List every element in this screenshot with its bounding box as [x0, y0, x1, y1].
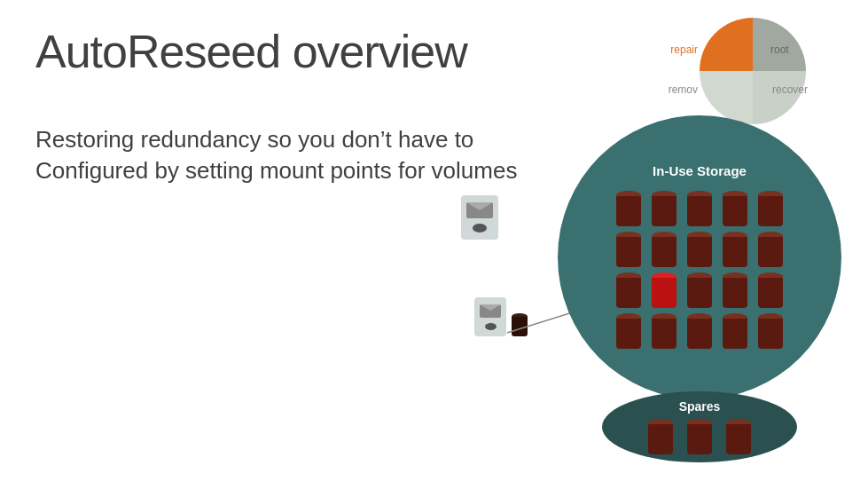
page-title: AutoReseed overview [35, 25, 467, 78]
disk-icon-small [485, 323, 497, 330]
spares-area: Spares [602, 391, 797, 462]
subtitle-line1: Restoring redundancy so you don’t have t… [35, 124, 517, 155]
db-cylinder-4-1 [614, 313, 644, 349]
db-cylinder-2-2 [649, 232, 679, 267]
db-cylinder-2-3 [684, 232, 715, 267]
subtitle-line2: Configured by setting mount points for v… [35, 155, 517, 186]
server-icon-small [474, 297, 506, 336]
db-cylinder-3-3 [684, 272, 715, 308]
spares-cylinders-row [645, 419, 754, 454]
db-cylinder-2-1 [614, 232, 644, 267]
pie-label-recover: recover [772, 83, 808, 96]
db-cylinder-4-2 [649, 313, 679, 349]
disk-icon-large [473, 224, 487, 233]
spare-cylinder-1 [645, 419, 676, 454]
server-box-large [461, 195, 498, 240]
storage-label: In-Use Storage [653, 163, 747, 178]
page-subtitle: Restoring redundancy so you don’t have t… [35, 124, 517, 186]
spare-cylinder-2 [684, 419, 715, 454]
db-cylinder-1-2 [649, 191, 679, 226]
db-cylinder-4-3 [684, 313, 715, 349]
db-cylinder-4-4 [720, 313, 750, 349]
envelope-icon-small [480, 304, 501, 318]
envelope-icon-large [466, 202, 493, 218]
pie-label-root: root [770, 43, 789, 56]
mini-db-icon [510, 313, 529, 336]
db-cylinder-2-4 [720, 232, 750, 267]
pie-label-remove: remov [669, 83, 698, 96]
db-cylinder-3-2-red [649, 272, 679, 308]
db-cylinder-4-5 [755, 313, 786, 349]
server-icon-large [461, 195, 498, 240]
storage-circle: In-Use Storage [558, 115, 841, 399]
storage-grid [610, 187, 789, 352]
spares-label: Spares [679, 399, 721, 414]
pie-label-repair: repair [670, 43, 698, 56]
db-cylinder-1-4 [720, 191, 750, 226]
db-cylinder-3-1 [614, 272, 644, 308]
db-cylinder-3-4 [720, 272, 750, 308]
db-cylinder-1-5 [755, 191, 786, 226]
server-box-small [474, 297, 506, 336]
db-cylinder-2-5 [755, 232, 786, 267]
db-cylinder-1-1 [614, 191, 644, 226]
db-cylinder-3-5 [755, 272, 786, 308]
db-cylinder-1-3 [684, 191, 715, 226]
spare-cylinder-3 [723, 419, 754, 454]
